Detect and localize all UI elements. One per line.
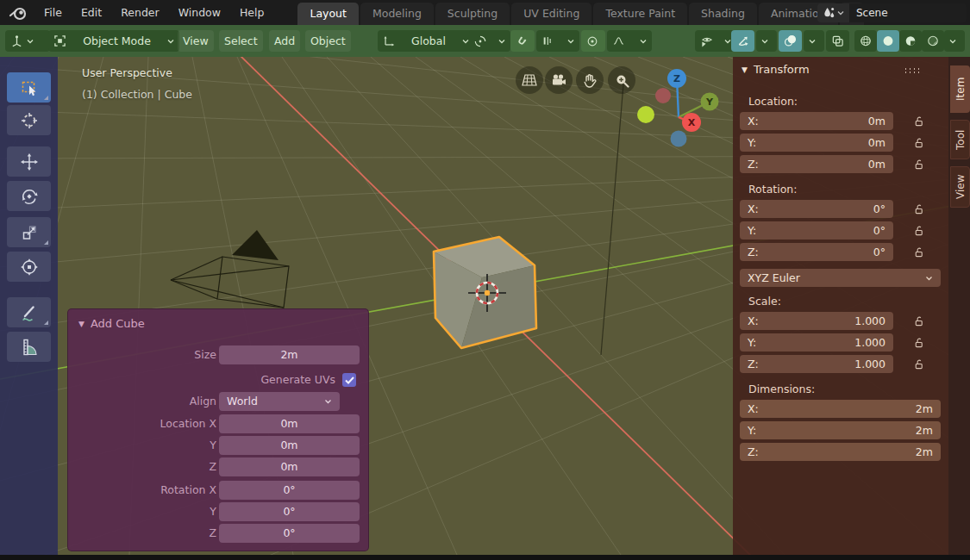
scene-icon [823, 6, 835, 19]
rotation-mode-dropdown[interactable]: XYZ Euler [740, 269, 941, 287]
shading-material-button[interactable] [899, 30, 922, 52]
location-x-field[interactable]: X:0m [740, 112, 893, 130]
operator-panel-title: Add Cube [91, 317, 145, 330]
tab-layout[interactable]: Layout [297, 3, 359, 25]
transform-orientation-dropdown[interactable]: Global [378, 30, 474, 52]
tab-shading[interactable]: Shading [689, 3, 757, 25]
show-overlays-toggle[interactable] [779, 30, 802, 52]
toggle-grid-button[interactable] [516, 66, 543, 94]
lock-icon[interactable] [911, 243, 926, 261]
location-y-field[interactable]: Y:0m [740, 134, 893, 152]
viewport-header: Object Mode View Select Add Object Globa… [0, 25, 970, 57]
mode-dropdown[interactable]: Object Mode [48, 30, 179, 52]
shading-options-dropdown[interactable] [944, 30, 965, 52]
rotation-z-label: Z [78, 524, 216, 543]
rotation-z-field[interactable]: 0° [219, 524, 360, 543]
proportional-editing-toggle[interactable] [581, 30, 605, 52]
lock-icon[interactable] [911, 155, 926, 173]
shading-wireframe-button[interactable] [854, 30, 877, 52]
tool-select-box[interactable] [7, 72, 51, 103]
lock-icon[interactable] [911, 200, 926, 218]
operator-panel-header[interactable]: ▼ Add Cube [78, 317, 145, 330]
tool-cursor[interactable] [7, 105, 51, 135]
cursor-tool-icon [20, 111, 39, 130]
menu-edit[interactable]: Edit [72, 0, 111, 25]
location-x-label: Location X [78, 414, 216, 433]
sidebar-tab-tool[interactable]: Tool [950, 120, 970, 159]
lock-icon[interactable] [911, 134, 926, 152]
lock-icon[interactable] [911, 312, 926, 330]
sidebar-tab-item[interactable]: Item [950, 65, 970, 113]
tab-modeling[interactable]: Modeling [360, 3, 434, 25]
align-dropdown[interactable]: World [219, 392, 340, 411]
tab-uv-editing[interactable]: UV Editing [511, 3, 591, 25]
scale-z-field[interactable]: Z:1.000 [740, 355, 893, 373]
lock-icon[interactable] [911, 112, 926, 130]
snap-with-dropdown[interactable] [536, 30, 579, 52]
scale-x-field[interactable]: X:1.000 [740, 312, 893, 330]
dimensions-x-field[interactable]: X:2m [740, 400, 941, 418]
hand-icon [583, 73, 597, 88]
object-visibility-dropdown[interactable] [695, 30, 736, 52]
menu-add[interactable]: Add [269, 30, 300, 52]
transform-panel-header[interactable]: ▼ Transform [742, 63, 810, 76]
tool-rotate[interactable] [7, 181, 51, 211]
overlays-options-dropdown[interactable] [804, 30, 824, 52]
lock-icon[interactable] [911, 355, 926, 373]
location-y-field[interactable]: 0m [219, 436, 360, 455]
panel-grip-icon[interactable] [904, 67, 919, 73]
sidebar-tab-view[interactable]: View [950, 166, 970, 208]
dimensions-z-field[interactable]: Z:2m [740, 443, 941, 461]
rotation-y-field[interactable]: Y:0° [740, 221, 893, 240]
scale-y-field[interactable]: Y:1.000 [740, 333, 893, 352]
tool-annotate[interactable] [7, 297, 51, 327]
menu-object[interactable]: Object [305, 30, 351, 52]
lock-icon[interactable] [911, 221, 926, 240]
lock-icon[interactable] [911, 333, 926, 352]
shading-rendered-button[interactable] [922, 30, 944, 52]
blender-logo-icon[interactable] [9, 4, 28, 22]
rotation-z-field[interactable]: Z:0° [740, 243, 893, 261]
location-x-field[interactable]: 0m [219, 414, 360, 433]
size-field[interactable]: 2m [219, 345, 360, 364]
scene-name-field[interactable]: Scene [849, 3, 967, 22]
xray-toggle[interactable] [826, 30, 849, 52]
tool-scale[interactable] [7, 217, 51, 247]
rotation-y-field[interactable]: 0° [219, 502, 360, 521]
shading-solid-button[interactable] [877, 30, 899, 52]
chevron-down-icon [324, 399, 332, 404]
show-gizmo-toggle[interactable] [731, 30, 754, 52]
select-box-icon [20, 78, 39, 97]
tool-measure[interactable] [7, 332, 51, 362]
snap-toggle[interactable] [510, 30, 535, 52]
menu-render[interactable]: Render [111, 0, 169, 25]
scene-browse-button[interactable] [817, 3, 849, 22]
generate-uvs-checkbox[interactable] [342, 373, 356, 387]
navigation-gizmo[interactable]: Z Y X [629, 65, 726, 155]
falloff-dropdown[interactable] [607, 30, 652, 52]
rotation-x-field[interactable]: X:0° [740, 200, 893, 218]
pan-view-button[interactable] [576, 66, 604, 94]
camera-view-button[interactable] [545, 66, 573, 94]
rotation-x-field[interactable]: 0° [219, 481, 360, 500]
chevron-down-icon [498, 39, 505, 44]
eye-pointer-icon [700, 34, 713, 47]
overlays-icon [784, 34, 797, 47]
menu-help[interactable]: Help [230, 0, 274, 25]
menu-select[interactable]: Select [219, 30, 263, 52]
gizmo-options-dropdown[interactable] [756, 30, 777, 52]
tool-transform[interactable] [7, 252, 51, 282]
menu-file[interactable]: File [34, 0, 72, 25]
pivot-point-dropdown[interactable] [469, 30, 510, 52]
tab-texture-paint[interactable]: Texture Paint [593, 3, 687, 25]
menu-window[interactable]: Window [169, 0, 230, 25]
tool-move[interactable] [7, 146, 51, 177]
gizmo-neg-y-ball [637, 106, 654, 123]
editor-type-button[interactable] [5, 30, 50, 52]
menu-view[interactable]: View [178, 30, 214, 52]
location-z-field[interactable]: 0m [219, 457, 360, 476]
location-z-field[interactable]: Z:0m [740, 155, 893, 173]
dimensions-y-field[interactable]: Y:2m [740, 421, 941, 439]
tab-sculpting[interactable]: Sculpting [435, 3, 510, 25]
viewport-3d[interactable]: User Perspective (1) Collection | Cube [0, 57, 970, 555]
